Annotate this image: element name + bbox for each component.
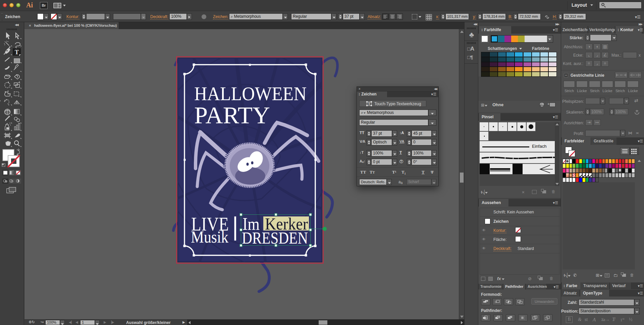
svg-text:PARTY: PARTY [194,102,270,129]
svg-text:T: T [368,102,370,106]
svg-text:Musik: Musik [191,227,228,246]
svg-text:HALLOWEEN: HALLOWEEN [194,83,307,104]
svg-text:T: T [15,49,19,56]
